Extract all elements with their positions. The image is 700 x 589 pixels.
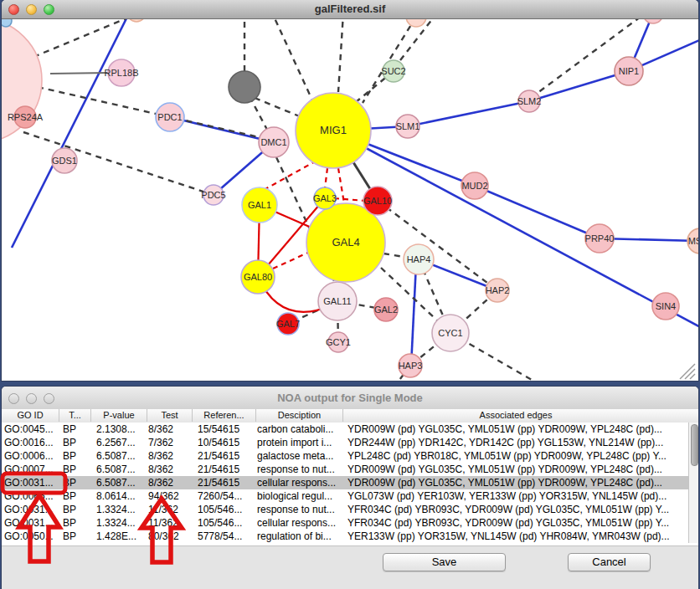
node-label: MIG1 xyxy=(320,124,347,136)
column-header-6[interactable]: Associated edges xyxy=(342,409,688,422)
column-header-4[interactable]: Referen... xyxy=(192,409,255,422)
table-row[interactable]: GO:0050...BP1.428E...80/3625778/54...reg… xyxy=(2,530,688,543)
cell-p-value: 1.3324... xyxy=(96,504,147,516)
noa-output-window: NOA output for Single Mode GO IDT...P-va… xyxy=(2,387,698,589)
table-body: GO:0045...BP2.1308...8/36215/54615carbon… xyxy=(2,423,698,545)
cell-desciption: biological regul... xyxy=(257,490,342,503)
cell-desciption: response to nut... xyxy=(257,464,342,476)
cell-p-value: 8.0614... xyxy=(96,490,147,503)
table-row[interactable]: GO:0045...BP2.1308...8/36215/54615carbon… xyxy=(2,423,688,436)
cell-go-id: GO:0031... xyxy=(4,517,59,530)
table-row[interactable]: GO:0031...BP1.3324...11/362105/546...res… xyxy=(2,503,688,516)
cell-t-: BP xyxy=(63,450,90,463)
node-label: PDC5 xyxy=(201,190,225,200)
network-edge[interactable] xyxy=(529,71,629,101)
table-row[interactable]: GO:0007...BP6.5087...8/36221/54615respon… xyxy=(2,463,688,476)
node-label: RPS24A xyxy=(8,112,44,122)
table-row[interactable]: GO:0006...BP6.5087...8/36221/54615galact… xyxy=(2,449,688,463)
resize-grip-icon[interactable] xyxy=(680,364,695,379)
cell-go-id: GO:0031... xyxy=(4,477,59,489)
cell-p-value: 6.5087... xyxy=(96,464,147,476)
network-window-titlebar[interactable]: galFiltered.sif xyxy=(2,0,698,19)
vertical-scrollbar[interactable] xyxy=(688,423,698,543)
network-edge[interactable] xyxy=(411,264,416,366)
network-edge[interactable] xyxy=(338,168,344,203)
table-row[interactable]: GO:0031...BP6.5087...8/36221/54615cellul… xyxy=(2,476,688,489)
network-canvas[interactable]: RPL18BRPS24APDC1GDS1DMC1PDC5MIG1SUC2SLM1… xyxy=(2,18,698,381)
column-header-3[interactable]: Test xyxy=(147,409,192,422)
cell-associated-edges: YFR034C (pd) YBR093C, YDR009W (pd) YGL03… xyxy=(347,504,688,516)
network-edge[interactable] xyxy=(255,98,301,117)
cell-go-id: GO:0006... xyxy=(4,450,59,463)
cell-test: 8/362 xyxy=(148,423,192,436)
noa-window-title: NOA output for Single Mode xyxy=(2,392,698,404)
cell-go-id: GO:0007... xyxy=(4,464,59,476)
node-label: GAL3 xyxy=(313,193,337,203)
node-label: RPL18B xyxy=(105,68,139,78)
node-label: GAL7 xyxy=(276,319,300,329)
node-gray[interactable] xyxy=(229,71,260,103)
cell-p-value: 1.3324... xyxy=(96,517,147,530)
network-edge[interactable] xyxy=(264,161,317,190)
cell-t-: BP xyxy=(63,504,90,516)
node-label: SLM2 xyxy=(517,96,542,106)
network-edge[interactable] xyxy=(325,168,327,188)
node-label: NIP1 xyxy=(619,66,639,76)
node-partial-top[interactable] xyxy=(406,18,426,27)
cell-t-: BP xyxy=(63,437,90,449)
node-label: PRP40 xyxy=(585,233,615,243)
cell-associated-edges: YDR009W (pd) YGL035C, YML051W (pp) YDR00… xyxy=(347,477,688,489)
network-edge[interactable] xyxy=(50,73,109,74)
cell-referen-: 15/54615 xyxy=(198,423,255,436)
cell-test: 80/362 xyxy=(148,530,192,543)
network-edge[interactable] xyxy=(338,18,344,92)
cell-associated-edges: YGL073W (pd) YER103W, YER133W (pp) YOR31… xyxy=(347,490,688,503)
node-label: GAL10 xyxy=(363,196,392,206)
cell-go-id: GO:0065... xyxy=(4,490,59,503)
network-edge[interactable] xyxy=(408,101,529,126)
cell-desciption: galactose meta... xyxy=(257,450,342,463)
cell-p-value: 6.5087... xyxy=(96,450,147,463)
scrollbar-thumb[interactable] xyxy=(691,424,698,466)
cell-referen-: 21/54615 xyxy=(198,450,255,463)
column-header-0[interactable]: GO ID xyxy=(2,409,59,422)
table-row[interactable]: GO:0065...BP8.0614...94/3627260/54...bio… xyxy=(2,489,688,503)
node-unlabeled-corner[interactable] xyxy=(2,18,12,27)
column-header-1[interactable]: T... xyxy=(59,409,90,422)
table-row[interactable]: GO:0031...BP1.3324...11/362105/546...cel… xyxy=(2,516,688,530)
noa-window-titlebar[interactable]: NOA output for Single Mode xyxy=(2,387,698,410)
cell-referen-: 7260/54... xyxy=(198,490,255,503)
cell-test: 11/362 xyxy=(148,517,192,530)
node-label: SIN4 xyxy=(656,301,676,311)
cell-p-value: 6.2567... xyxy=(96,437,147,449)
cell-t-: BP xyxy=(63,517,90,530)
network-edge[interactable] xyxy=(266,18,313,102)
table-row[interactable]: GO:0016...BP6.2567...7/36210/54615protei… xyxy=(2,436,688,449)
network-window: RPL18BRPS24APDC1GDS1DMC1PDC5MIG1SUC2SLM1… xyxy=(2,0,698,381)
cell-referen-: 105/546... xyxy=(198,504,255,516)
cell-desciption: protein import i... xyxy=(257,437,342,449)
node-label: GAL11 xyxy=(323,296,351,306)
cell-go-id: GO:0050... xyxy=(4,530,59,543)
node-label: PDC1 xyxy=(157,112,182,122)
cell-p-value: 2.1308... xyxy=(96,423,147,436)
cell-referen-: 21/54615 xyxy=(198,477,255,489)
network-edge[interactable] xyxy=(475,186,600,238)
cell-associated-edges: YER133W (pp) YOR315W, YNL145W (pd) YHR08… xyxy=(347,530,688,543)
save-button[interactable]: Save xyxy=(383,553,506,571)
node-label: HAP3 xyxy=(399,361,423,371)
network-window-title: galFiltered.sif xyxy=(2,3,698,15)
node-label: HAP4 xyxy=(407,254,431,264)
cell-associated-edges: YDR009W (pd) YGL035C, YML051W (pp) YDR00… xyxy=(347,423,688,436)
node-label: GAL1 xyxy=(248,200,271,210)
cell-test: 8/362 xyxy=(148,450,192,463)
network-edge[interactable] xyxy=(33,18,142,57)
column-header-5[interactable]: Desciption xyxy=(255,409,342,422)
network-edge[interactable] xyxy=(378,201,497,290)
cancel-button[interactable]: Cancel xyxy=(568,553,651,571)
cell-go-id: GO:0031... xyxy=(4,504,59,516)
node-label: GDS1 xyxy=(52,156,77,166)
column-header-2[interactable]: P-value xyxy=(90,409,147,422)
network-edge[interactable] xyxy=(273,252,310,269)
network-edge[interactable] xyxy=(334,198,365,201)
